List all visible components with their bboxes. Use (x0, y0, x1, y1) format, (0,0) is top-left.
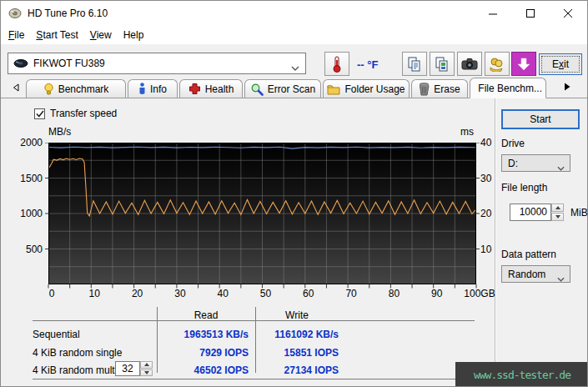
file-length-unit: MiB (570, 207, 588, 219)
chevron-down-icon (557, 162, 565, 173)
tab-file-benchmark[interactable]: File Benchm... (470, 78, 546, 98)
watermark: www.ssd-tester.de (455, 362, 588, 387)
random-multi-read-value: 46502 IOPS (157, 364, 249, 376)
arrow-up-icon (555, 206, 560, 209)
results-table: Read Write Sequential 1963513 KB/s 11610… (1, 1, 587, 386)
random-multi-write-value: 27134 IOPS (251, 364, 339, 376)
file-length-input[interactable]: 10000 (510, 204, 551, 221)
row-label-sequential: Sequential (33, 329, 80, 340)
chevron-down-icon (557, 273, 565, 284)
drive-label: Drive (501, 138, 525, 149)
data-pattern-select[interactable]: Random (501, 265, 570, 283)
data-pattern-label: Data pattern (501, 249, 556, 260)
arrow-down-icon (555, 215, 560, 219)
column-header-read: Read (157, 309, 255, 321)
table-bottom-line (33, 379, 475, 379)
random-single-read-value: 7929 IOPS (157, 347, 249, 359)
app-window: HD Tune Pro 6.10 File Start Test View He… (0, 0, 588, 387)
arrow-down-icon (144, 371, 149, 374)
arrow-up-icon (144, 363, 149, 366)
file-length-down-button[interactable] (551, 213, 564, 221)
queue-depth-up-button[interactable] (140, 361, 153, 369)
start-button[interactable]: Start (501, 109, 580, 129)
file-length-up-button[interactable] (551, 204, 564, 212)
drive-select[interactable]: D: (501, 154, 570, 172)
sequential-read-value: 1963513 KB/s (157, 329, 249, 340)
file-length-label: File length (501, 182, 547, 194)
queue-depth-down-button[interactable] (140, 369, 153, 377)
row-label-random-single: 4 KiB random single (33, 347, 122, 359)
queue-depth-input[interactable]: 32 (115, 361, 140, 376)
sequential-write-value: 1161092 KB/s (251, 329, 339, 340)
column-header-write: Write (255, 309, 339, 321)
random-single-write-value: 15851 IOPS (251, 347, 339, 359)
row-label-random-multi: 4 KiB random multi (33, 364, 117, 376)
